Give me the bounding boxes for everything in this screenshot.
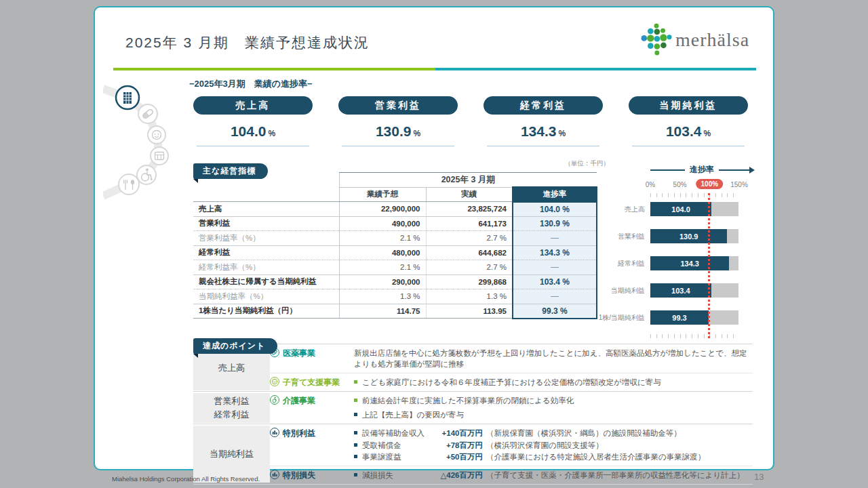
table-row: 1株当たり当期純利益（円）114.75113.9599.3 % [193,304,597,319]
chart-title-row: 進捗率 [650,164,753,176]
kpi-value: 104.0 [231,123,267,139]
axis-tick: 0% [646,181,655,188]
kpi-label-pill: 営業利益 [338,96,458,115]
points-row-net-income: 当期純利益 特別利益 設備等補助金収入+140百万円（新規保育園（横浜羽沢・綱島… [193,424,753,483]
kpi-unit: % [558,129,566,138]
logo-wordmark: merhälsa [675,29,749,51]
bullet-icon [354,443,357,447]
chart-bar-row: 売上高 104.0 [578,202,755,216]
column-header-forecast: 業績予想 [339,187,426,202]
points-table: 売上高 医薬事業 新規出店店舗を中心に処方箋枚数が予想を上回り増加したことに加え… [193,344,753,485]
axis-tick: 50% [673,181,687,188]
building-icon [116,86,139,109]
axis-tick-highlight: 100% [696,179,724,189]
chart-bar-row: 当期純利益 103.4 [578,283,755,298]
business-chain-decoration [103,78,174,203]
table-row: 経常利益率（%）2.1 %2.7 %— [193,260,597,275]
category-label: 介護事業 [283,395,315,407]
building-icon [270,428,279,437]
table-row: 売上高22,900,00023,825,724104.0 % [193,202,597,217]
pill-icon [138,104,157,123]
cutlery-icon [119,174,139,195]
arrow-right-icon [719,169,753,171]
slide-card: 2025年 3 月期 業績予想達成状況 merhälsa [94,6,774,470]
points-entry-extraordinary-gain: 特別利益 設備等補助金収入+140百万円（新規保育園（横浜羽沢・綱島）の施設開設… [270,424,753,465]
bullet-icon [354,399,357,402]
chart-bar-row: 1株/当期純利益 99.3 [578,310,755,325]
progress-chart: 進捗率 0% 50% 100% 150% 売上高 104.0 営業利益 130.… [578,164,755,338]
category-label: 特別損失 [283,470,315,481]
page-number: 13 [754,472,764,482]
bullet-icon [354,431,357,434]
logo-dots-icon [639,22,674,58]
kpi-unit: % [413,129,420,138]
kpi-unit: % [703,129,711,138]
kpi-row: 売上高 104.0% 営業利益 130.9% 経常利益 134.3% 当期純利益… [193,96,748,146]
kpi-label-pill: 当期純利益 [629,96,748,115]
child-icon [270,377,279,386]
table-row: 当期純利益率（%）1.3 %1.3 %— [193,289,597,304]
points-entry-childcare: 子育て支援事業 こども家庭庁における令和６年度補正予算における公定価格の増額改定… [270,373,753,391]
reference-line-100pct [708,193,710,338]
bullet-icon [354,413,357,416]
table-row: 親会社株主に帰属する当期純利益290,000299,868103.4 % [193,274,597,289]
points-row-sales: 売上高 医薬事業 新規出店店舗を中心に処方箋枚数が予想を上回り増加したことに加え… [193,344,753,391]
kpi-value: 130.9 [376,123,412,139]
child-icon [148,126,165,144]
kpi-label-pill: 売上高 [193,96,313,115]
category-label: 医薬事業 [283,348,315,359]
chest-icon [151,147,168,165]
chart-bar-row: 営業利益 130.9 [578,229,755,243]
kpi-ordinary-profit: 経常利益 134.3% [484,96,603,146]
axis-tick: 150% [730,181,748,188]
table-row: 経常利益480,000644,682134.3 % [193,245,597,260]
kpi-table: 2025年 3 月期 業績予想 実績 進捗率 売上高22,900,00023,8… [193,172,597,319]
bullet-icon [354,473,357,476]
kpi-value: 103.4 [666,123,702,139]
table-row: 営業利益490,000641,173130.9 % [193,216,597,231]
company-logo: merhälsa [639,22,749,58]
points-entry-extraordinary-loss: 特別損失 減損損失△426百万円（子育て支援・医薬・介護事業所一部事業所の収益性… [270,466,753,484]
points-row-profit: 営業利益 経常利益 介護事業 前連結会計年度に実施した不採算事業所の閉鎖による効… [193,391,753,424]
chart-body: 売上高 104.0 営業利益 130.9 経常利益 134.3 当期純利益 10… [578,193,755,338]
tickstrip-bottom [650,334,739,338]
category-label: 子育て支援事業 [283,377,340,388]
column-header-actual: 実績 [426,187,513,202]
bullet-icon [354,380,357,384]
page-title: 2025年 3 月期 業績予想達成状況 [125,33,370,52]
kpi-value: 134.3 [521,123,557,139]
table-period-header: 2025年 3 月期 [339,173,597,188]
kpi-sales: 売上高 104.0% [193,96,313,146]
title-divider [113,68,756,70]
copyright-text: Miahelsa Holdings Corporation All Rights… [112,475,260,483]
wheelchair-icon [137,165,156,184]
chart-bar-row: 経常利益 134.3 [578,256,755,270]
chart-title: 進捗率 [685,164,719,176]
wheelchair-icon [270,395,279,405]
table-badge: 主な経営指標 [193,163,268,179]
kpi-label-pill: 経常利益 [484,96,603,115]
kpi-net-income: 当期純利益 103.4% [629,96,748,146]
kpi-operating-profit: 営業利益 130.9% [338,96,458,146]
kpi-unit: % [268,129,275,138]
points-badge: 達成のポイント [193,338,277,354]
kpi-section-label: −2025年3月期 業績の進捗率− [189,78,313,90]
bullet-icon [354,455,357,458]
points-entry-pharmacy: 医薬事業 新規出店店舗を中心に処方箋枚数が予想を上回り増加したことに加え、高額医… [270,344,753,373]
category-label: 特別利益 [283,428,315,439]
chart-axis: 0% 50% 100% 150% [650,180,740,191]
table-row: 営業利益率（%）2.1 %2.7 %— [193,231,597,246]
points-entry-nursing: 介護事業 前連結会計年度に実施した不採算事業所の閉鎖による効率化 上記【売上高】… [270,392,753,424]
building-icon [270,470,279,479]
